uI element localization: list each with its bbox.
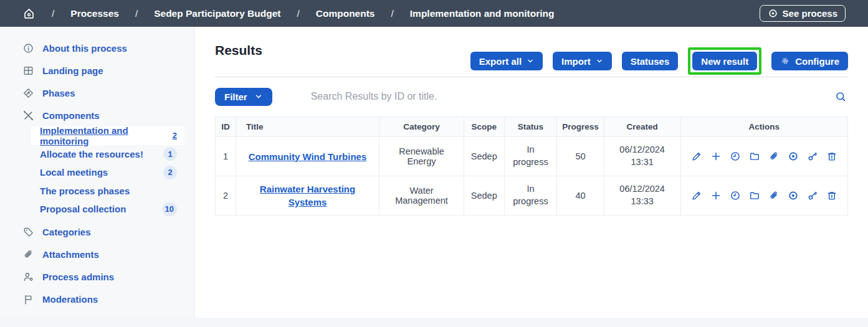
sidebar-subitem-local-meetings[interactable]: Local meetings 2 — [31, 163, 184, 182]
sidebar-item-process-admins[interactable]: Process admins — [0, 266, 194, 288]
sidebar-subitem-proposal-collection[interactable]: Proposal collection 10 — [31, 200, 184, 219]
edit-pencil-icon[interactable] — [691, 151, 702, 162]
statuses-button[interactable]: Statuses — [622, 52, 679, 70]
sidebar-subitem-label: The process phases — [40, 186, 130, 196]
result-scope: Sedep — [464, 176, 504, 216]
breadcrumb-separator: / — [135, 8, 138, 19]
breadcrumb-separator: / — [391, 8, 393, 19]
export-all-label: Export all — [479, 56, 522, 67]
timeline-clock-icon[interactable] — [730, 190, 741, 201]
breadcrumb-process-name[interactable]: Sedep Participatory Budget — [154, 8, 280, 19]
sidebar-bottom-group: Categories Attachments Process admins Mo… — [0, 221, 194, 311]
search-input[interactable] — [311, 91, 785, 102]
count-badge: 10 — [162, 202, 177, 216]
milestone-icon — [22, 87, 34, 99]
breadcrumb-separator: / — [297, 8, 299, 19]
result-progress: 50 — [557, 137, 604, 176]
breadcrumb: / Processes / Sedep Participatory Budget… — [22, 7, 554, 20]
attachments-paperclip-icon[interactable] — [768, 190, 780, 201]
export-all-button[interactable]: Export all — [470, 52, 543, 70]
sidebar-item-moderations[interactable]: Moderations — [0, 288, 194, 311]
preview-eye-icon[interactable] — [788, 190, 799, 201]
result-status: In progress — [511, 144, 550, 168]
col-header-status: Status — [504, 117, 557, 137]
breadcrumb-current-component[interactable]: Implementation and monitoring — [410, 8, 555, 19]
sidebar-item-phases[interactable]: Phases — [0, 82, 194, 104]
sidebar-item-categories[interactable]: Categories — [0, 221, 194, 244]
permissions-key-icon[interactable] — [807, 151, 818, 162]
result-created: 06/12/2024 13:31 — [614, 144, 671, 168]
sidebar-item-label: Process admins — [42, 272, 114, 282]
import-label: Import — [561, 56, 591, 67]
sidebar-item-components[interactable]: Components — [0, 104, 194, 126]
preview-eye-icon[interactable] — [788, 151, 799, 162]
col-header-category: Category — [379, 117, 464, 137]
count-badge: 1 — [163, 147, 177, 161]
sidebar-subitem-implementation-and-monitoring[interactable]: Implementation and monitoring 2 — [31, 126, 184, 145]
info-icon — [22, 42, 34, 54]
sidebar-subitem-label: Allocate the resources! — [40, 149, 143, 159]
new-result-label: New result — [701, 56, 748, 67]
col-header-title: Title — [236, 117, 379, 137]
col-header-progress: Progress — [557, 117, 604, 137]
filter-button[interactable]: Filter — [215, 88, 272, 106]
new-plus-icon[interactable] — [710, 151, 722, 162]
result-id: 2 — [216, 176, 236, 216]
gear-icon — [780, 56, 790, 66]
sidebar-subitem-allocate-the-resources[interactable]: Allocate the resources! 1 — [31, 145, 184, 164]
row-actions — [686, 190, 842, 201]
home-icon[interactable] — [22, 7, 36, 20]
chevron-down-icon — [596, 57, 603, 65]
statuses-label: Statuses — [631, 56, 670, 67]
sidebar-item-label: Components — [42, 110, 100, 121]
result-title-link[interactable]: Community Wind Turbines — [249, 150, 367, 163]
sidebar-item-about-this-process[interactable]: About this process — [0, 37, 194, 59]
sidebar-item-landing-page[interactable]: Landing page — [0, 59, 194, 82]
sidebar-subitem-the-process-phases[interactable]: The process phases — [31, 182, 184, 201]
sidebar-item-label: Moderations — [42, 294, 98, 305]
sidebar-item-attachments[interactable]: Attachments — [0, 244, 194, 266]
see-process-label: See process — [783, 8, 837, 19]
page-title: Results — [215, 43, 262, 58]
breadcrumb-components[interactable]: Components — [316, 8, 375, 19]
folder-icon[interactable] — [749, 190, 760, 201]
delete-trash-icon[interactable] — [826, 151, 837, 162]
process-sidebar: About this process Landing page Phases C… — [0, 27, 194, 318]
new-plus-icon[interactable] — [710, 190, 722, 201]
result-category: Renewable Energy — [379, 137, 464, 176]
search-button[interactable] — [834, 91, 848, 103]
filter-search-row: Filter — [215, 77, 848, 116]
col-header-id: ID — [216, 117, 236, 137]
table-row: 1 Community Wind Turbines Renewable Ener… — [216, 137, 848, 176]
sidebar-item-label: Attachments — [42, 249, 99, 260]
result-title-link[interactable]: Rainwater Harvesting Systems — [241, 182, 374, 209]
eye-circle-icon — [768, 8, 778, 19]
components-sublist: Implementation and monitoring 2 Allocate… — [0, 126, 194, 219]
result-status: In progress — [511, 183, 550, 207]
result-id: 1 — [216, 137, 236, 176]
sidebar-subitem-label: Proposal collection — [40, 204, 126, 214]
count-badge: 2 — [163, 166, 177, 179]
new-result-highlight-box: New result — [688, 47, 761, 75]
permissions-key-icon[interactable] — [807, 190, 818, 201]
attachments-paperclip-icon[interactable] — [768, 151, 780, 162]
delete-trash-icon[interactable] — [826, 190, 837, 201]
header-actions: Export all Import Statuses New result Co… — [470, 47, 848, 75]
configure-button[interactable]: Configure — [771, 52, 848, 70]
tag-icon — [22, 226, 34, 238]
chevron-down-icon — [527, 57, 534, 65]
timeline-clock-icon[interactable] — [730, 151, 741, 162]
chevron-down-icon — [254, 92, 263, 101]
sidebar-item-label: About this process — [42, 43, 127, 54]
row-actions — [686, 151, 842, 162]
folder-icon[interactable] — [749, 151, 760, 162]
import-button[interactable]: Import — [553, 52, 612, 70]
sidebar-subitem-label: Implementation and monitoring — [40, 125, 173, 146]
edit-pencil-icon[interactable] — [691, 190, 702, 201]
breadcrumb-processes[interactable]: Processes — [70, 8, 119, 19]
table-header-row: ID Title Category Scope Status Progress … — [216, 117, 848, 137]
new-result-button[interactable]: New result — [692, 52, 757, 70]
see-process-button[interactable]: See process — [760, 5, 846, 22]
results-table: ID Title Category Scope Status Progress … — [215, 116, 848, 216]
col-header-created: Created — [604, 117, 680, 137]
